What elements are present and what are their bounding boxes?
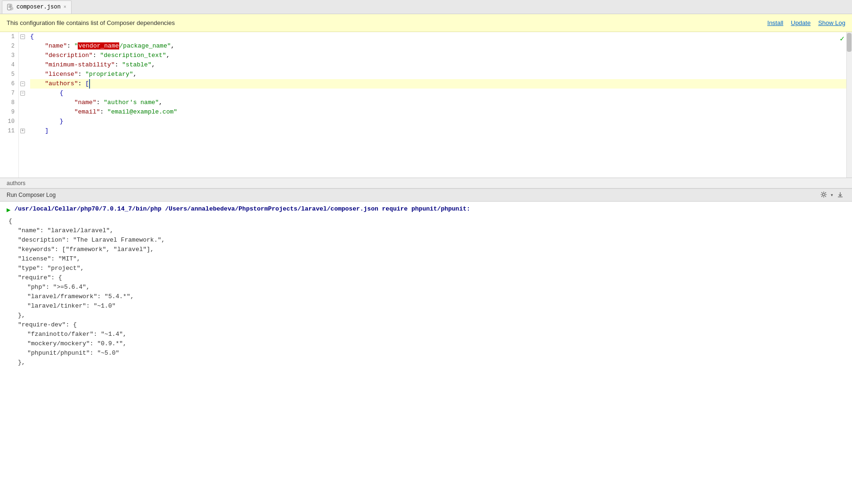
log-json-line-12: "require-dev": {: [18, 320, 845, 330]
fold-3: [19, 51, 26, 60]
code-line-7: {: [30, 89, 852, 98]
log-json-line-8: "php": ">=5.6.4",: [27, 283, 845, 292]
settings-button[interactable]: [819, 190, 829, 200]
log-output: ▶ /usr/local/Cellar/php70/7.0.14_7/bin/p…: [0, 202, 852, 504]
svg-point-7: [823, 193, 825, 195]
log-command: /usr/local/Cellar/php70/7.0.14_7/bin/php…: [14, 205, 470, 212]
line-numbers: 1 2 3 4 5 6 7 8 9 10 11: [0, 32, 19, 178]
log-json-line-11: },: [18, 311, 845, 320]
ln-3: 3: [2, 51, 15, 60]
ln-7: 7: [2, 89, 15, 98]
scrollbar-thumb[interactable]: [847, 33, 852, 52]
code-line-2: "name": "vendor_name/package_name",: [30, 41, 852, 51]
file-icon: [7, 4, 14, 10]
ln-2: 2: [2, 41, 15, 51]
ln-4: 4: [2, 60, 15, 70]
log-json-line-5: "license": "MIT",: [18, 254, 845, 264]
ln-11: 11: [2, 126, 15, 136]
log-json-line-7: "require": {: [18, 273, 845, 283]
fold-1[interactable]: −: [19, 32, 26, 41]
ln-6: 6: [2, 79, 15, 89]
run-log-toolbar: ▾: [819, 190, 845, 200]
fold-gutters: − − − +: [19, 32, 26, 178]
code-line-6: "authors": [: [30, 79, 852, 89]
play-icon: ▶: [7, 206, 10, 214]
tab-composer-json[interactable]: composer.json ×: [2, 0, 72, 14]
tab-label: composer.json: [16, 4, 61, 10]
svg-point-6: [11, 8, 13, 9]
run-log-title: Run Composer Log: [7, 192, 56, 198]
log-json-line-4: "keywords": ["framework", "laravel"],: [18, 245, 845, 254]
fold-10: [19, 117, 26, 126]
log-json-line-1: {: [8, 217, 845, 226]
editor-content: 1 2 3 4 5 6 7 8 9 10 11 − − −: [0, 32, 852, 178]
log-json-line-13: "fzaninotto/faker": "~1.4",: [27, 330, 845, 339]
show-log-link[interactable]: Show Log: [818, 19, 845, 26]
fold-7[interactable]: −: [19, 89, 26, 98]
fold-6[interactable]: −: [19, 79, 26, 89]
update-link[interactable]: Update: [791, 19, 811, 26]
code-line-3: "description": "description_text",: [30, 51, 852, 60]
fold-5: [19, 70, 26, 79]
code-area[interactable]: { "name": "vendor_name/package_name", "d…: [26, 32, 852, 178]
info-bar-text: This configuration file contains list of…: [7, 19, 175, 26]
log-json-output: { "name": "laravel/laravel", "descriptio…: [8, 217, 845, 367]
breadcrumb-bar: authors: [0, 178, 852, 188]
info-bar-actions: Install Update Show Log: [767, 19, 845, 26]
code-line-5: "license": "proprietary",: [30, 70, 852, 79]
log-json-line-15: "phpunit/phpunit": "~5.0": [27, 349, 845, 358]
log-json-line-3: "description": "The Laravel Framework.",: [18, 236, 845, 245]
tab-bar: composer.json ×: [0, 0, 852, 14]
code-line-4: "minimum-stability": "stable",: [30, 60, 852, 70]
info-bar: This configuration file contains list of…: [0, 14, 852, 32]
log-json-line-10: "laravel/tinker": "~1.0": [27, 301, 845, 311]
fold-close-icon-11[interactable]: +: [20, 129, 25, 133]
log-json-line-14: "mockery/mockery": "0.9.*",: [27, 339, 845, 349]
close-tab-icon[interactable]: ×: [64, 5, 66, 10]
settings-dropdown-icon[interactable]: ▾: [831, 193, 833, 197]
ln-9: 9: [2, 107, 15, 117]
ln-1: 1: [2, 32, 15, 41]
log-json-line-2: "name": "laravel/laravel",: [18, 226, 845, 236]
download-button[interactable]: [835, 190, 845, 200]
fold-4: [19, 60, 26, 70]
install-link[interactable]: Install: [767, 19, 783, 26]
code-line-9: "email": "email@example.com": [30, 107, 852, 117]
fold-open-icon-6[interactable]: −: [20, 81, 25, 86]
log-command-line: ▶ /usr/local/Cellar/php70/7.0.14_7/bin/p…: [7, 205, 845, 214]
log-json-line-16: },: [18, 358, 845, 367]
code-line-8: "name": "author's name",: [30, 98, 852, 107]
editor-area: 1 2 3 4 5 6 7 8 9 10 11 − − −: [0, 32, 852, 178]
log-json-line-6: "type": "project",: [18, 264, 845, 273]
fold-open-icon-7[interactable]: −: [20, 91, 25, 96]
run-log-header: Run Composer Log ▾: [0, 188, 852, 202]
fold-11[interactable]: +: [19, 126, 26, 136]
ln-10: 10: [2, 117, 15, 126]
ln-8: 8: [2, 98, 15, 107]
editor-scrollbar[interactable]: [846, 32, 852, 178]
svg-rect-1: [8, 4, 10, 10]
fold-open-icon-1[interactable]: −: [20, 34, 25, 39]
code-line-11: ]: [30, 126, 852, 136]
code-line-10: }: [30, 117, 852, 126]
fold-9: [19, 107, 26, 117]
breadcrumb: authors: [7, 180, 25, 187]
validation-checkmark: ✓: [840, 34, 844, 43]
log-json-line-9: "laravel/framework": "5.4.*",: [27, 292, 845, 301]
fold-8: [19, 98, 26, 107]
ln-5: 5: [2, 70, 15, 79]
fold-2: [19, 41, 26, 51]
code-line-1: {: [30, 32, 852, 41]
